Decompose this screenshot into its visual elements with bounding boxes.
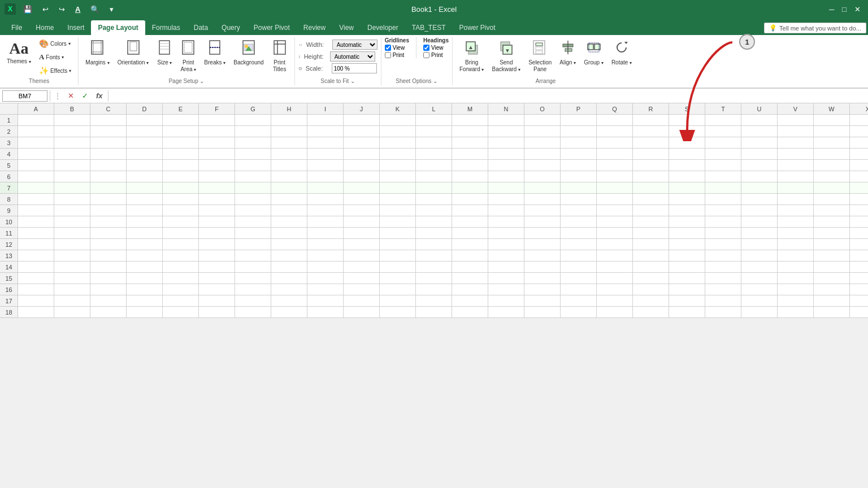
- cell-E15[interactable]: [163, 273, 199, 284]
- redo-button[interactable]: ↪: [56, 4, 68, 15]
- cell-D15[interactable]: [127, 273, 163, 284]
- cell-D12[interactable]: [127, 239, 163, 250]
- cell-U1[interactable]: [741, 115, 778, 126]
- cell-Q7[interactable]: [597, 182, 633, 194]
- cell-T15[interactable]: [705, 273, 741, 284]
- cell-M2[interactable]: [452, 126, 488, 137]
- cell-M7[interactable]: [452, 182, 488, 194]
- cell-L16[interactable]: [416, 284, 452, 295]
- cell-G2[interactable]: [235, 126, 271, 137]
- cell-E13[interactable]: [163, 250, 199, 262]
- row-num-4[interactable]: 4: [0, 149, 18, 160]
- cell-E8[interactable]: [163, 194, 199, 205]
- cell-E14[interactable]: [163, 262, 199, 273]
- cell-S18[interactable]: [669, 307, 705, 318]
- cell-L18[interactable]: [416, 307, 452, 318]
- cell-R6[interactable]: [633, 171, 669, 182]
- cell-M18[interactable]: [452, 307, 488, 318]
- col-header-P[interactable]: P: [561, 103, 597, 115]
- selection-pane-button[interactable]: SelectionPane: [525, 37, 555, 75]
- cell-P12[interactable]: [561, 239, 597, 250]
- cell-R1[interactable]: [633, 115, 669, 126]
- cell-X1[interactable]: [850, 115, 868, 126]
- cell-C11[interactable]: [90, 228, 127, 239]
- cell-C12[interactable]: [90, 239, 127, 250]
- cell-I5[interactable]: [307, 160, 344, 171]
- cell-B6[interactable]: [54, 171, 90, 182]
- col-header-L[interactable]: L: [416, 103, 452, 115]
- cell-P8[interactable]: [561, 194, 597, 205]
- cell-B17[interactable]: [54, 295, 90, 307]
- cell-N6[interactable]: [488, 171, 524, 182]
- cell-W2[interactable]: [814, 126, 850, 137]
- cell-X4[interactable]: [850, 149, 868, 160]
- cell-D1[interactable]: [127, 115, 163, 126]
- col-header-A[interactable]: A: [18, 103, 54, 115]
- cell-S6[interactable]: [669, 171, 705, 182]
- cell-J11[interactable]: [344, 228, 380, 239]
- cell-T5[interactable]: [705, 160, 741, 171]
- cell-A15[interactable]: [18, 273, 54, 284]
- cell-X8[interactable]: [850, 194, 868, 205]
- cell-L8[interactable]: [416, 194, 452, 205]
- cell-N16[interactable]: [488, 284, 524, 295]
- cell-K1[interactable]: [380, 115, 416, 126]
- cell-E12[interactable]: [163, 239, 199, 250]
- cell-Q2[interactable]: [597, 126, 633, 137]
- cell-F1[interactable]: [199, 115, 235, 126]
- cell-X16[interactable]: [850, 284, 868, 295]
- cell-K17[interactable]: [380, 295, 416, 307]
- col-header-F[interactable]: F: [199, 103, 235, 115]
- cell-U13[interactable]: [741, 250, 778, 262]
- row-num-17[interactable]: 17: [0, 295, 18, 307]
- insert-function-button[interactable]: fx: [93, 90, 106, 101]
- cell-J6[interactable]: [344, 171, 380, 182]
- cell-N7[interactable]: [488, 182, 524, 194]
- cell-K10[interactable]: [380, 216, 416, 228]
- margins-button[interactable]: Margins ▾: [82, 37, 112, 68]
- scale-dialog-button[interactable]: ⌄: [350, 78, 355, 84]
- cell-R18[interactable]: [633, 307, 669, 318]
- cell-J9[interactable]: [344, 205, 380, 216]
- cell-O13[interactable]: [524, 250, 561, 262]
- cell-P1[interactable]: [561, 115, 597, 126]
- cell-L2[interactable]: [416, 126, 452, 137]
- cell-U10[interactable]: [741, 216, 778, 228]
- cell-L3[interactable]: [416, 137, 452, 149]
- cell-N1[interactable]: [488, 115, 524, 126]
- cell-S15[interactable]: [669, 273, 705, 284]
- cell-X7[interactable]: [850, 182, 868, 194]
- cell-B4[interactable]: [54, 149, 90, 160]
- cell-K18[interactable]: [380, 307, 416, 318]
- cell-A16[interactable]: [18, 284, 54, 295]
- tab-view[interactable]: View: [332, 20, 361, 35]
- cell-W8[interactable]: [814, 194, 850, 205]
- col-header-D[interactable]: D: [127, 103, 163, 115]
- cell-K13[interactable]: [380, 250, 416, 262]
- cell-W9[interactable]: [814, 205, 850, 216]
- cell-P17[interactable]: [561, 295, 597, 307]
- cell-B11[interactable]: [54, 228, 90, 239]
- cell-I11[interactable]: [307, 228, 344, 239]
- cell-O6[interactable]: [524, 171, 561, 182]
- cell-R8[interactable]: [633, 194, 669, 205]
- cell-V2[interactable]: [778, 126, 814, 137]
- cell-A3[interactable]: [18, 137, 54, 149]
- cell-A6[interactable]: [18, 171, 54, 182]
- cell-F11[interactable]: [199, 228, 235, 239]
- cell-J15[interactable]: [344, 273, 380, 284]
- cell-C5[interactable]: [90, 160, 127, 171]
- cell-K15[interactable]: [380, 273, 416, 284]
- cell-B10[interactable]: [54, 216, 90, 228]
- cancel-formula-button[interactable]: ✕: [65, 90, 77, 101]
- col-header-U[interactable]: U: [741, 103, 778, 115]
- cell-F3[interactable]: [199, 137, 235, 149]
- col-header-B[interactable]: B: [54, 103, 90, 115]
- send-backward-button[interactable]: ▼ SendBackward ▾: [488, 37, 524, 75]
- cell-G12[interactable]: [235, 239, 271, 250]
- cell-S1[interactable]: [669, 115, 705, 126]
- cell-E3[interactable]: [163, 137, 199, 149]
- cell-H13[interactable]: [271, 250, 307, 262]
- cell-G11[interactable]: [235, 228, 271, 239]
- cell-Q17[interactable]: [597, 295, 633, 307]
